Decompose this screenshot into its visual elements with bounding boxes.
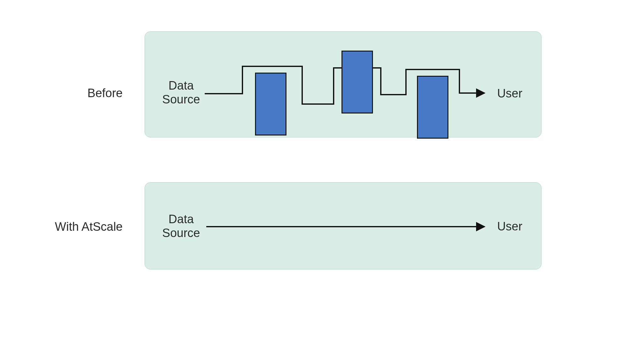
before-block-3 — [417, 76, 448, 139]
before-block-1 — [255, 73, 286, 135]
before-block-2 — [341, 51, 373, 113]
with-atscale-flow-path — [145, 183, 541, 269]
row-label-with-atscale: With AtScale — [39, 220, 123, 234]
panel-with-atscale: Data Source User — [145, 182, 541, 269]
row-label-before: Before — [50, 86, 123, 100]
diagram-canvas: Before Data Source User With AtScale Dat… — [0, 0, 644, 337]
panel-before: Data Source User — [145, 31, 541, 137]
